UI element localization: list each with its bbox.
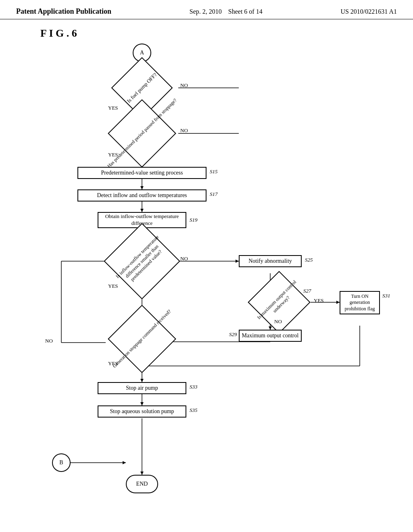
figure-label: F I G . 6 [40,27,397,39]
yes-label-S27: YES [314,297,324,304]
patent-number: US 2010/0221631 A1 [340,8,397,15]
svg-marker-17 [236,260,239,263]
process-S33: Stop air pump [98,382,186,394]
process-S29: Maximum output control [239,330,302,342]
no-label-S23: NO [45,338,53,344]
step-S31-label: S31 [382,293,390,299]
process-S31: Turn ON generation prohibition flag [340,291,380,314]
no-label-S11: NO [180,82,188,89]
no-label-S13: NO [180,127,188,134]
svg-marker-11 [140,209,144,212]
process-S25: Notify abnormality [239,255,302,267]
svg-marker-38 [123,461,126,464]
terminal-B: B [52,453,71,472]
yes-label-S21: YES [108,283,118,289]
step-S33-label: S33 [190,384,198,390]
page-header: Patent Application Publication Sep. 2, 2… [0,0,413,19]
terminal-END: END [126,475,158,493]
flowchart: A S11 Is fuel pump OFF? YES NO S13 Has p… [21,44,392,511]
step-S17-label: S17 [210,191,218,197]
diagram-area: F I G . 6 [0,19,413,519]
publication-date-sheet: Sep. 2, 2010 Sheet 6 of 14 [190,8,263,15]
step-S19-label: S19 [190,217,198,223]
step-S29-label: S29 [229,331,237,338]
diamond-S23: Generation stoppage command received? [86,318,198,360]
svg-marker-9 [140,186,144,189]
svg-marker-30 [140,379,144,382]
step-S35-label: S35 [190,407,198,414]
diamond-S11: Is fuel pump OFF? [94,73,190,103]
process-S35: Stop aqueous solution pump [98,405,186,418]
diamond-S21: Is inflow-outflow temperature difference… [69,240,215,282]
publication-title: Patent Application Publication [16,7,111,16]
process-S15: Predetermined-value setting process [77,167,206,179]
no-label-S21: NO [180,256,188,262]
step-S15-label: S15 [210,168,218,175]
process-S17: Detect inflow and outflow temperatures [77,189,206,202]
svg-marker-40 [140,472,144,475]
no-label-S27: NO [274,318,282,325]
yes-label-S11: YES [108,105,118,111]
svg-marker-21 [269,326,272,330]
svg-marker-35 [140,402,144,405]
step-S25-label: S25 [305,257,313,263]
